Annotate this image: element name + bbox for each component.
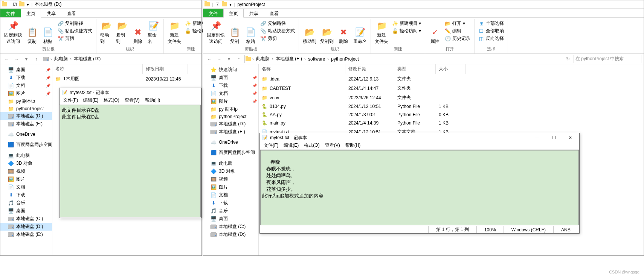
rename-button[interactable]: 📝重命名 xyxy=(352,20,368,46)
tree-item[interactable]: 🖥️桌面 xyxy=(203,215,258,223)
invert-button[interactable]: ◫反向选择 xyxy=(477,35,505,42)
tree-item[interactable]: 🖥️桌面📌 xyxy=(203,74,258,82)
tab-view[interactable]: 查看 xyxy=(61,9,82,17)
tree-item[interactable]: 本地磁盘 (F:) xyxy=(0,120,52,128)
tree-item[interactable]: 🟦百度网盘同步空间 xyxy=(203,149,258,156)
file-row[interactable]: 📁CADTEST2024/1/4 14:47文件夹 xyxy=(259,84,644,93)
text-area[interactable]: 此文件目录在D盘 此文件目录在D盘 xyxy=(60,105,201,217)
tree-item[interactable]: 🎵音乐 xyxy=(0,199,52,207)
tree-item[interactable]: 本地磁盘 (D:) xyxy=(203,120,258,128)
tree-item[interactable]: 📄文档 xyxy=(203,191,258,199)
copy-button[interactable]: 📋复制 xyxy=(227,20,242,46)
delete-button[interactable]: ✖删除 xyxy=(336,20,351,46)
menu-item[interactable]: 帮助(H) xyxy=(143,97,163,104)
tree-item[interactable]: 🎞️视频 xyxy=(203,175,258,183)
tree-item[interactable]: 🖼️图片 xyxy=(203,183,258,191)
tree-item[interactable]: 📁pythonProject xyxy=(0,105,52,112)
menu-item[interactable]: 查看(V) xyxy=(323,142,342,149)
file-row[interactable]: 📁.idea2024/1/12 9:13文件夹 xyxy=(259,74,644,84)
easyaccess-button[interactable]: 🔓轻松访问 ▾ xyxy=(391,27,423,35)
close-button[interactable]: ✕ xyxy=(563,134,577,141)
file-row[interactable]: 📁1常用图2023/10/21 12:45 xyxy=(52,74,201,84)
col-name[interactable]: 名称 xyxy=(259,64,345,74)
recent-button[interactable]: ▾ xyxy=(22,55,31,63)
qat-check[interactable]: ☑ xyxy=(215,2,220,7)
col-modified[interactable]: 修改日期 xyxy=(143,64,188,74)
tab-home[interactable]: 主页 xyxy=(223,9,244,18)
tab-view[interactable]: 查看 xyxy=(264,9,284,17)
properties-button[interactable]: ✓属性 xyxy=(427,20,443,46)
tree-item[interactable]: 📄文档📌 xyxy=(0,82,52,90)
moveto-button[interactable]: 📂移动到 xyxy=(99,20,114,46)
tree-item[interactable]: 💻此电脑 xyxy=(0,152,52,160)
forward-button[interactable]: → xyxy=(215,55,223,63)
tree-item[interactable]: ☁️OneDrive xyxy=(0,131,52,138)
refresh-button[interactable]: ↻ xyxy=(564,55,572,63)
menu-item[interactable]: 格式(O) xyxy=(302,142,322,149)
forward-button[interactable]: → xyxy=(12,55,21,63)
paste-button[interactable]: 📄粘贴 xyxy=(40,20,55,46)
tree-item[interactable]: 本地磁盘 (C:) xyxy=(203,223,258,231)
tree-item[interactable]: 📁py 副本tp xyxy=(0,97,52,105)
col-name[interactable]: 名称 xyxy=(52,64,143,74)
back-button[interactable]: ← xyxy=(205,55,214,63)
file-row[interactable]: 📁venv2023/9/26 12:44文件夹 xyxy=(259,93,644,102)
tree-item[interactable]: 本地磁盘 (F:) xyxy=(203,128,258,136)
tab-file[interactable]: 文件 xyxy=(203,9,223,17)
tab-file[interactable]: 文件 xyxy=(0,9,21,17)
tree-item[interactable]: ⭐快速访问 xyxy=(203,66,258,74)
paste-shortcut-button[interactable]: 📎粘贴快捷方式 xyxy=(259,27,296,35)
newfolder-button[interactable]: 📁新建 文件夹 xyxy=(373,20,390,46)
menu-item[interactable]: 格式(O) xyxy=(101,97,121,104)
col-size[interactable]: 大小 xyxy=(436,64,466,74)
cut-button[interactable]: ✂️剪切 xyxy=(259,35,296,42)
menu-item[interactable]: 帮助(H) xyxy=(343,142,363,149)
tree-item[interactable]: 🎞️视频 xyxy=(0,167,52,175)
qat-check[interactable]: ☑ xyxy=(13,2,17,7)
history-button[interactable]: 🕐历史记录 xyxy=(443,35,472,42)
titlebar[interactable]: 📝 mytest.txt - 记事本 — ☐ ✕ xyxy=(260,133,579,142)
titlebar[interactable]: 📝 mytest2.txt - 记事本 xyxy=(60,88,201,97)
tree-item[interactable]: 🖥️桌面📌 xyxy=(0,66,52,74)
tree-item[interactable]: 本地磁盘 (C:) xyxy=(0,215,52,223)
tree-item[interactable]: 📁py 副本tp xyxy=(203,105,258,113)
col-type[interactable]: 类型 xyxy=(394,64,436,74)
breadcrumb[interactable]: › 此电脑 › 本地磁盘 (D:) xyxy=(42,55,199,63)
tree-item[interactable]: ⬇下载 xyxy=(0,191,52,199)
copyto-button[interactable]: 📂复制到 xyxy=(114,20,130,46)
menu-item[interactable]: 编辑(E) xyxy=(281,142,301,149)
paste-button[interactable]: 📄粘贴 xyxy=(243,20,258,46)
menu-item[interactable]: 文件(F) xyxy=(61,97,80,104)
open-button[interactable]: 📂打开 ▾ xyxy=(443,20,472,27)
tree-item[interactable]: 🖼️图片📌 xyxy=(0,90,52,97)
tree-item[interactable]: 💻此电脑 xyxy=(203,160,258,167)
file-row[interactable]: 🐍AA.py2024/1/3 9:01Python File0 KB xyxy=(259,111,644,119)
tree-item[interactable]: 本地磁盘 (D:) xyxy=(0,112,52,120)
copyto-button[interactable]: 📂复制到 xyxy=(319,20,335,46)
tree-item[interactable]: 📄文档📌 xyxy=(203,90,258,97)
selectall-button[interactable]: ⊞全部选择 xyxy=(477,20,505,27)
maximize-button[interactable]: ☐ xyxy=(547,134,560,141)
cut-button[interactable]: ✂️剪切 xyxy=(56,35,94,42)
file-row[interactable]: 🐍main.py2024/1/4 14:39Python File1 KB xyxy=(259,119,644,127)
paste-shortcut-button[interactable]: 📎粘贴快捷方式 xyxy=(56,27,94,35)
tree-item[interactable]: 🖥️桌面 xyxy=(0,207,52,215)
tab-share[interactable]: 共享 xyxy=(41,9,61,17)
tree-item[interactable]: 本地磁盘 (D:) xyxy=(0,223,52,231)
tree-item[interactable]: 本地磁盘 (E:) xyxy=(0,231,52,239)
nav-tree[interactable]: ⭐快速访问🖥️桌面📌⬇下载📌📄文档📌🖼️图片📌📁py 副本tp📁pythonPr… xyxy=(203,64,259,255)
up-button[interactable]: ↑ xyxy=(235,55,243,63)
tree-item[interactable]: 🎵音乐 xyxy=(203,207,258,215)
rename-button[interactable]: 📝重命名 xyxy=(146,20,161,46)
tree-item[interactable]: 🔷3D 对象 xyxy=(203,167,258,175)
search-input[interactable]: 在 pythonProject 中搜索 xyxy=(574,55,641,63)
tree-item[interactable]: ⬇下载 xyxy=(203,199,258,207)
nav-tree[interactable]: 🖥️桌面📌⬇下载📌📄文档📌🖼️图片📌📁py 副本tp📁pythonProject… xyxy=(0,64,52,255)
edit-button[interactable]: ✏️编辑 xyxy=(443,27,472,35)
tree-item[interactable]: 🟦百度网盘同步空间 xyxy=(0,141,52,149)
tree-item[interactable]: ⬇下载📌 xyxy=(0,74,52,82)
newitem-button[interactable]: ✨新建项目 ▾ xyxy=(391,20,423,27)
tree-item[interactable]: ⬇下载📌 xyxy=(203,82,258,90)
tree-item[interactable]: 🖼️图片 xyxy=(0,175,52,183)
recent-button[interactable]: ▾ xyxy=(225,55,233,63)
